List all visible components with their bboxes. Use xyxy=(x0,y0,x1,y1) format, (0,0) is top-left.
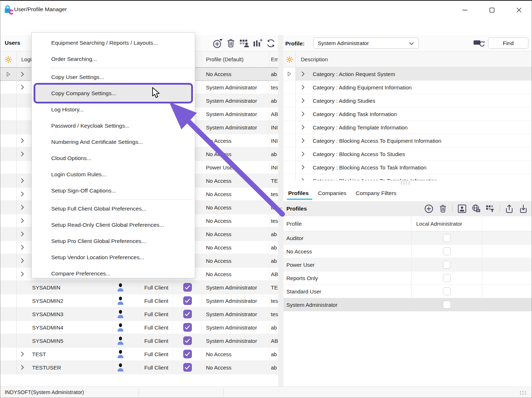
user-row[interactable]: SYSADMIN4 Full Client System Administrat… xyxy=(0,321,278,334)
expand-chevron-icon[interactable] xyxy=(302,85,305,90)
expand-chevron-icon[interactable] xyxy=(302,71,305,76)
profile-row[interactable]: Auditor xyxy=(283,231,532,245)
user-row[interactable]: SYSADMIN3 Full Client System Administrat… xyxy=(0,308,278,321)
category-cell[interactable]: Category : Adding Template Information xyxy=(296,121,532,134)
expand-chevron-icon[interactable] xyxy=(302,151,305,156)
enabled-checkbox-checked[interactable] xyxy=(183,336,192,345)
add-user-icon[interactable] xyxy=(212,37,223,49)
category-cell[interactable]: Category : Blocking Access To Template I… xyxy=(296,174,532,180)
category-tree-row[interactable]: Category : Adding Studies xyxy=(283,94,532,107)
expand-chevron-icon[interactable] xyxy=(21,205,24,210)
export-icon[interactable] xyxy=(505,203,514,214)
category-cell[interactable]: Category : Blocking Access To Task Infor… xyxy=(296,161,532,174)
category-tree-row[interactable]: Category : Action Request System xyxy=(283,67,532,81)
menu-item[interactable]: Setup Read-Only Client Global Preference… xyxy=(32,217,195,233)
menu-item[interactable]: Setup Full Client Global Preferences... xyxy=(32,200,195,217)
user-enabled-cell[interactable] xyxy=(173,348,202,361)
category-tree-row[interactable]: Category : Blocking Access To Studies xyxy=(283,147,532,161)
expand-chevron-icon[interactable] xyxy=(21,271,24,277)
description-column-header[interactable]: Description xyxy=(296,52,532,67)
expand-chevron-icon[interactable] xyxy=(21,72,24,77)
menu-item[interactable]: Order Searching... xyxy=(32,51,195,67)
user-login-cell[interactable]: SYSADMIN2 xyxy=(17,294,112,307)
user-row[interactable]: TESTUSER Full Client No Access ab xyxy=(0,361,278,374)
expand-chevron-icon[interactable] xyxy=(21,258,24,263)
vertical-splitter-grip-icon[interactable] xyxy=(280,207,282,216)
tab-company-filters[interactable]: Company Filters xyxy=(356,185,396,201)
profiles-column-local-administrator[interactable]: Local Administrator xyxy=(411,216,482,231)
resize-grip-icon[interactable] xyxy=(519,390,528,396)
minimize-button[interactable] xyxy=(457,4,473,17)
import-icon[interactable] xyxy=(519,203,528,214)
assign-profile-grid-icon[interactable] xyxy=(239,37,250,49)
menu-item[interactable]: Log History... xyxy=(32,101,195,118)
local-administrator-cell[interactable] xyxy=(411,231,482,244)
category-cell[interactable]: Category : Adding Studies xyxy=(296,94,532,107)
menu-item[interactable]: Cloud Options... xyxy=(32,150,195,166)
category-tree-row[interactable]: Category : Blocking Access To Equipment … xyxy=(283,134,532,147)
user-login-cell[interactable]: TEST xyxy=(17,348,112,361)
expand-chevron-icon[interactable] xyxy=(302,111,305,116)
expand-chevron-icon[interactable] xyxy=(21,245,24,250)
expand-chevron-icon[interactable] xyxy=(21,151,24,156)
local-administrator-checkbox[interactable] xyxy=(443,234,451,242)
menu-item[interactable]: Numbering And Certificate Settings... xyxy=(32,134,195,150)
expand-chevron-icon[interactable] xyxy=(302,138,305,143)
expand-chevron-icon[interactable] xyxy=(21,231,24,236)
profile-row[interactable]: Standard User xyxy=(283,285,532,298)
expand-chevron-icon[interactable] xyxy=(302,98,305,103)
expand-chevron-icon[interactable] xyxy=(21,178,24,183)
category-tree-row[interactable]: Category : Adding Equipment Information xyxy=(283,81,532,94)
expand-chevron-icon[interactable] xyxy=(21,218,24,223)
menu-item[interactable]: Login Custom Rules... xyxy=(32,166,195,182)
expand-chevron-icon[interactable] xyxy=(21,138,24,143)
local-administrator-cell[interactable] xyxy=(411,258,482,271)
profile-row[interactable]: No Access xyxy=(283,245,532,258)
profiles-column-profile[interactable]: Profile xyxy=(283,216,411,231)
local-administrator-cell[interactable] xyxy=(411,285,482,298)
add-columns-icon[interactable] xyxy=(252,37,263,49)
expand-chevron-icon[interactable] xyxy=(21,365,24,370)
enabled-checkbox-checked[interactable] xyxy=(183,310,192,318)
profile-card-icon[interactable] xyxy=(457,203,467,214)
user-enabled-cell[interactable] xyxy=(173,334,202,347)
menu-item[interactable]: Setup Pro Client Global Preferences... xyxy=(32,233,195,249)
category-tree-row[interactable]: Category : Blocking Access To Template I… xyxy=(283,174,532,180)
local-administrator-cell[interactable] xyxy=(411,298,482,311)
enabled-checkbox-checked[interactable] xyxy=(183,363,192,372)
menu-item[interactable]: Setup Vendor Location Preferences... xyxy=(32,249,195,265)
user-row[interactable]: SYSADMIN2 Full Client System Administrat… xyxy=(0,294,278,308)
local-administrator-cell[interactable] xyxy=(411,245,482,258)
user-enabled-cell[interactable] xyxy=(173,281,202,294)
expand-chevron-icon[interactable] xyxy=(302,125,305,130)
category-cell[interactable]: Category : Action Request System xyxy=(296,67,532,81)
user-enabled-cell[interactable] xyxy=(173,308,202,320)
enabled-checkbox-checked[interactable] xyxy=(183,283,192,292)
enabled-checkbox-checked[interactable] xyxy=(183,296,192,305)
enabled-checkbox-checked[interactable] xyxy=(183,323,192,332)
category-cell[interactable]: Category : Adding Equipment Information xyxy=(296,81,532,94)
users-column-email[interactable]: Email xyxy=(269,52,278,67)
user-login-cell[interactable]: SYSADMIN xyxy=(17,281,112,294)
maximize-button[interactable] xyxy=(484,4,500,17)
profile-row[interactable]: System Administrator xyxy=(283,298,532,311)
delete-user-icon[interactable] xyxy=(225,37,236,49)
grid-filter-icon[interactable] xyxy=(485,203,495,214)
local-administrator-checkbox[interactable] xyxy=(443,261,451,269)
user-row[interactable]: SYSADMIN5 Full Client System Administrat… xyxy=(0,334,278,348)
expand-chevron-icon[interactable] xyxy=(21,351,24,357)
add-profile-icon[interactable] xyxy=(424,203,434,214)
user-login-cell[interactable]: SYSADMIN3 xyxy=(17,308,112,320)
user-login-cell[interactable]: SYSADMIN4 xyxy=(17,321,112,334)
find-button[interactable]: Find xyxy=(488,37,528,49)
translate-globe-icon[interactable]: ab xyxy=(471,203,481,214)
profile-row[interactable]: Power User xyxy=(283,258,532,271)
menu-item[interactable]: Setup Sign-Off Captions... xyxy=(32,182,195,199)
enabled-checkbox-checked[interactable] xyxy=(183,350,192,358)
menu-item[interactable]: Equipment Searching / Reports / Layouts.… xyxy=(32,35,195,51)
expand-chevron-icon[interactable] xyxy=(302,178,305,180)
expand-chevron-icon[interactable] xyxy=(21,191,24,196)
user-enabled-cell[interactable] xyxy=(173,294,202,307)
user-enabled-cell[interactable] xyxy=(173,361,202,374)
local-administrator-checkbox[interactable] xyxy=(443,247,451,255)
